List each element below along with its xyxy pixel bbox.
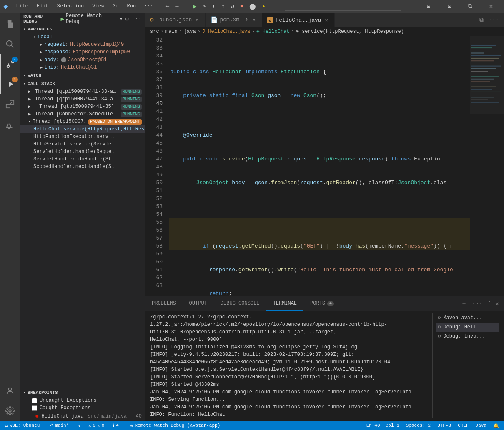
- win-maximize[interactable]: ⊡: [440, 0, 459, 12]
- debug-continue-icon[interactable]: ▶: [192, 2, 198, 11]
- bc-java[interactable]: java: [184, 29, 196, 35]
- bp-uncaught[interactable]: Uncaught Exceptions: [20, 397, 145, 404]
- bp-uncaught-checkbox[interactable]: [32, 398, 37, 403]
- activity-accounts[interactable]: [0, 381, 20, 401]
- more-tabs-icon[interactable]: ···: [487, 16, 501, 24]
- frame-4[interactable]: ServletHandler.doHandle(String,Request,H…: [20, 155, 145, 163]
- bc-main[interactable]: main: [165, 29, 178, 35]
- activity-source-control[interactable]: 7: [0, 54, 20, 74]
- bc-src[interactable]: src: [150, 29, 159, 35]
- frame-2[interactable]: HttpServlet.service(ServletRequest,Servl…: [20, 140, 145, 148]
- win-split[interactable]: ⧉: [461, 0, 480, 12]
- debug-stop-icon[interactable]: ■: [238, 2, 245, 10]
- terminal-session-maven[interactable]: ⚙ Maven-avat...: [436, 313, 499, 322]
- frame-5[interactable]: ScopedHandler.nextHandle(String,Request,…: [20, 163, 145, 170]
- win-close[interactable]: ✕: [481, 0, 501, 12]
- status-spaces-label: Spaces: 2: [406, 423, 431, 428]
- nav-back-icon[interactable]: ←: [164, 2, 171, 10]
- panel-tab-output[interactable]: OUTPUT: [183, 296, 214, 311]
- variables-section-header[interactable]: ▾ VARIABLES: [20, 25, 145, 33]
- activity-explorer[interactable]: [0, 14, 20, 34]
- watch-section-header[interactable]: ▾ WATCH: [20, 71, 145, 80]
- menu-go[interactable]: Go: [109, 2, 122, 10]
- menu-run[interactable]: Run: [124, 2, 140, 10]
- activity-search[interactable]: [0, 34, 20, 54]
- menu-selection[interactable]: Selection: [53, 2, 87, 10]
- debug-more-icon[interactable]: ···: [131, 15, 142, 22]
- menu-more[interactable]: ···: [141, 2, 157, 10]
- status-line-col[interactable]: Ln 40, Col 1: [365, 423, 401, 428]
- status-info[interactable]: ℹ 4: [111, 423, 120, 428]
- thread-1[interactable]: ▶ Thread [qtp1500079441-34-acceptor-1@66…: [20, 95, 145, 103]
- menu-view[interactable]: View: [89, 2, 108, 10]
- win-minimize[interactable]: ⊟: [419, 0, 438, 12]
- bc-class[interactable]: ◈ HelloChat: [256, 28, 289, 35]
- thread-0[interactable]: ▶ Thread [qtp1500079441-33-acceptor-0@48…: [20, 88, 145, 95]
- bp-file-hellochat[interactable]: ● HelloChat.java src/main/java 40: [20, 412, 145, 421]
- tab-launch-json-close[interactable]: ✕: [194, 16, 200, 23]
- panel-tab-problems[interactable]: PROBLEMS: [145, 296, 183, 311]
- debug-step-over-icon[interactable]: ↷: [201, 2, 208, 11]
- search-input[interactable]: [285, 2, 401, 11]
- split-editor-icon[interactable]: ⧉: [478, 16, 485, 24]
- var-body[interactable]: ▶ body : ⬤ JsonObject@51: [20, 56, 145, 64]
- status-eol[interactable]: CRLF: [456, 423, 470, 428]
- panel-tab-ports[interactable]: PORTS 4: [303, 296, 341, 311]
- tab-pom-xml-close[interactable]: ✕: [251, 16, 257, 23]
- bc-file[interactable]: J HelloChat.java: [202, 29, 250, 35]
- panel-collapse-icon[interactable]: ˄: [486, 299, 492, 308]
- menu-file[interactable]: File: [13, 2, 32, 10]
- panel-tab-debug-console[interactable]: DEBUG CONSOLE: [214, 296, 266, 311]
- debug-config-selector[interactable]: ▶ Remote Watch Debug ▾: [60, 13, 123, 25]
- tab-hellochat-java-close[interactable]: ✕: [324, 17, 329, 24]
- status-sync[interactable]: ↻: [75, 423, 82, 428]
- status-errors[interactable]: ✕ 0 ⚠ 0: [87, 423, 106, 428]
- status-spaces[interactable]: Spaces: 2: [404, 423, 432, 428]
- status-language[interactable]: Java: [474, 423, 488, 428]
- tab-pom-xml[interactable]: 📄 pom.xml M ✕: [206, 12, 262, 27]
- debug-restart-icon[interactable]: ↺: [229, 2, 236, 11]
- debug-step-out-icon[interactable]: ⬆: [220, 2, 226, 11]
- bc-method[interactable]: ⊕ service(HttpRequest, HttpResponse): [296, 28, 404, 35]
- call-stack-header[interactable]: ▾ CALL STACK: [20, 80, 145, 88]
- status-remote[interactable]: ⇄ WSL: Ubuntu: [3, 423, 41, 428]
- activity-settings[interactable]: [0, 401, 20, 421]
- thread-4[interactable]: ▾ Thread [qtp1500079441-37] PAUSED ON BR…: [20, 118, 145, 125]
- debug-step-into-icon[interactable]: ⬇: [211, 2, 217, 11]
- bp-caught[interactable]: Caught Exceptions: [20, 404, 145, 412]
- debug-settings-icon[interactable]: ⚙: [125, 15, 128, 22]
- local-group[interactable]: ▾ Local: [20, 33, 145, 41]
- tab-launch-json[interactable]: ⚙ launch.json ✕: [145, 12, 206, 27]
- code-content[interactable]: public class HelloChat implements HttpFu…: [166, 36, 470, 296]
- panel-close-icon[interactable]: ✕: [494, 299, 501, 308]
- terminal-session-debug1[interactable]: ⚙ Debug: Hell...: [436, 322, 499, 332]
- bp-caught-checkbox[interactable]: [32, 405, 37, 411]
- activity-testing[interactable]: [0, 118, 20, 138]
- frame-3[interactable]: ServletHolder.handle(Request,ServletRequ…: [20, 148, 145, 155]
- terminal-session-debug2[interactable]: ⚙ Debug: Invo...: [436, 332, 499, 341]
- thread-3[interactable]: ▶ Thread [Connector-Scheduler-6920b0bc-1…: [20, 110, 145, 118]
- breakpoints-header[interactable]: ▾ BREAKPOINTS: [20, 388, 145, 397]
- status-encoding[interactable]: UTF-8: [436, 423, 453, 428]
- status-branch[interactable]: ⎇ main*: [46, 423, 70, 428]
- var-this[interactable]: ▶ this : HelloChat@31: [20, 64, 145, 71]
- nav-forward-icon[interactable]: →: [173, 2, 180, 10]
- var-request[interactable]: ▶ request : HttpRequestImpl@49: [20, 41, 145, 48]
- debug-lightning-icon[interactable]: ⚡: [260, 2, 267, 11]
- code-line-38: JsonObject body = gson.fromJson(request.…: [169, 179, 470, 187]
- menu-edit[interactable]: Edit: [33, 2, 52, 10]
- debug-breakpoint-icon[interactable]: ⬤: [248, 2, 258, 11]
- frame-1[interactable]: HttpFunctionExecutor.service(HttpServlet…: [20, 133, 145, 140]
- panel-tab-terminal[interactable]: TERMINAL: [266, 296, 303, 311]
- panel-add-icon[interactable]: ＋: [459, 299, 469, 308]
- thread-2[interactable]: ▶ Thread [qtp1500079441-35] RUNNING: [20, 103, 145, 110]
- panel-more-icon[interactable]: ···: [470, 300, 484, 308]
- status-debug[interactable]: ⊕ Remote Watch Debug (avatar-app): [129, 423, 222, 428]
- tab-hellochat-java[interactable]: J HelloChat.java ✕: [262, 12, 335, 27]
- frame-0[interactable]: HelloChat.service(HttpRequest,HttpRespon…: [20, 125, 145, 133]
- var-response[interactable]: ▶ response : HttpResponseImpl@50: [20, 48, 145, 56]
- terminal-left[interactable]: /grpc-context/1.27.2/grpc-context-1.27.2…: [150, 313, 429, 418]
- activity-run-debug[interactable]: 1: [0, 74, 20, 94]
- status-notifications[interactable]: 🔔: [491, 423, 501, 428]
- activity-extensions[interactable]: [0, 94, 20, 114]
